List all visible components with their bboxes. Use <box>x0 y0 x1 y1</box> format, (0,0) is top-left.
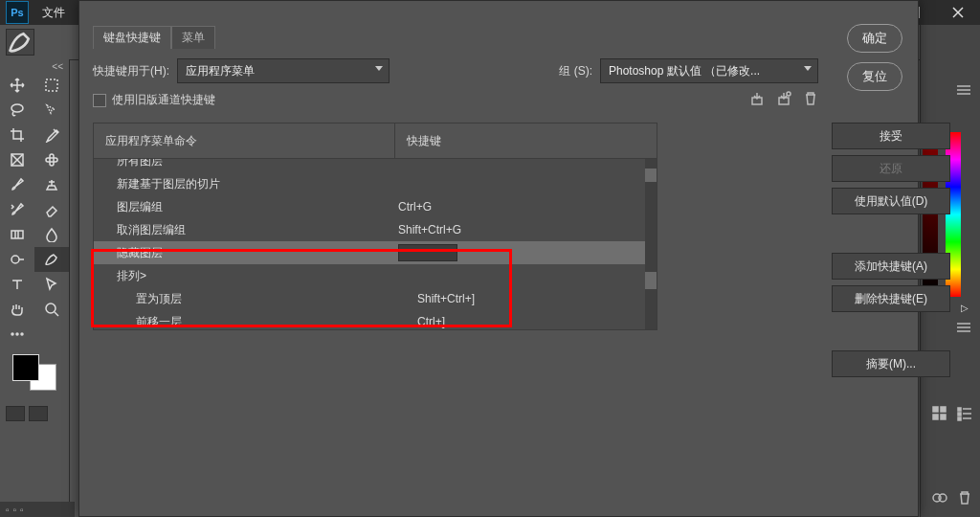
table-row[interactable]: 前移一层Ctrl+] <box>94 310 645 329</box>
accept-button[interactable]: 接受 <box>832 123 950 149</box>
menu-file[interactable]: 文件 <box>34 0 73 25</box>
color-slider-thumb-icon[interactable]: ▷ <box>961 303 969 313</box>
legacy-channels-checkbox[interactable] <box>93 94 106 107</box>
hand-tool[interactable] <box>0 297 34 322</box>
thumbnail-view-icon[interactable] <box>932 406 947 421</box>
command-cell: 排列> <box>94 268 394 284</box>
command-cell: 置为顶层 <box>94 291 413 307</box>
scrollbar-track[interactable] <box>645 159 657 329</box>
keyboard-shortcuts-dialog: 确定 复位 键盘快捷键 菜单 快捷键用于(H): 应用程序菜单 组 (S): P… <box>78 0 919 517</box>
undo-button: 还原 <box>832 155 950 182</box>
healing-brush-tool[interactable] <box>34 147 69 172</box>
column-command: 应用程序菜单命令 <box>94 124 395 158</box>
dialog-tabs: 键盘快捷键 菜单 <box>93 26 818 49</box>
delete-set-icon[interactable] <box>803 91 818 109</box>
panel-menu-icon[interactable] <box>957 322 970 336</box>
scrollbar-thumb[interactable] <box>645 169 657 182</box>
screen-mode-full[interactable] <box>29 406 48 421</box>
list-view-icon[interactable] <box>957 406 972 421</box>
set-value: Photoshop 默认值 （已修改... <box>609 63 760 79</box>
svg-rect-12 <box>11 231 23 238</box>
shortcut-cell: Shift+Ctrl+] <box>413 292 645 305</box>
table-row[interactable]: 取消图层编组Shift+Ctrl+G <box>94 218 645 241</box>
use-default-button[interactable]: 使用默认值(D) <box>832 188 950 214</box>
table-row[interactable]: 图层编组Ctrl+G <box>94 195 645 218</box>
reset-button[interactable]: 复位 <box>847 62 902 91</box>
tool-preset-picker[interactable] <box>6 29 34 56</box>
scrollbar-thumb[interactable] <box>645 272 657 289</box>
dodge-tool[interactable] <box>0 247 34 272</box>
svg-point-15 <box>11 256 19 263</box>
type-tool[interactable] <box>0 272 34 297</box>
eyedropper-tool[interactable] <box>34 123 69 147</box>
cc-libraries-icon[interactable] <box>932 490 947 506</box>
command-cell: 取消图层编组 <box>94 222 394 238</box>
save-set-icon[interactable] <box>749 91 765 109</box>
gradient-tool[interactable] <box>0 222 34 247</box>
shortcut-cell: Ctrl+G <box>394 200 645 214</box>
svg-point-21 <box>21 333 23 335</box>
foreground-color[interactable] <box>12 354 39 381</box>
svg-rect-5 <box>46 79 57 91</box>
pen-tool[interactable] <box>34 247 69 272</box>
ok-button[interactable]: 确定 <box>847 24 902 53</box>
svg-line-18 <box>55 312 58 316</box>
history-brush-tool[interactable] <box>0 197 34 222</box>
trash-icon[interactable] <box>957 490 972 506</box>
shortcut-cell: Shift+Ctrl+G <box>394 223 645 236</box>
set-dropdown[interactable]: Photoshop 默认值 （已修改... <box>600 58 818 83</box>
clone-stamp-tool[interactable] <box>34 172 69 197</box>
tab-keyboard-shortcuts[interactable]: 键盘快捷键 <box>93 26 171 49</box>
command-cell: 前移一层 <box>94 314 413 330</box>
shortcut-cell <box>394 244 645 261</box>
lasso-tool[interactable] <box>0 98 34 123</box>
shortcut-cell: Ctrl+] <box>413 315 645 328</box>
set-label: 组 (S): <box>559 63 592 79</box>
panel-menu-icon[interactable] <box>957 84 970 99</box>
table-row[interactable]: 所有图层 <box>94 159 645 172</box>
svg-rect-36 <box>958 417 961 420</box>
tools-panel: << <box>0 59 70 517</box>
ps-logo-icon: Ps <box>6 1 29 24</box>
add-shortcut-button[interactable]: 添加快捷键(A) <box>832 253 950 280</box>
svg-rect-29 <box>941 407 946 412</box>
zoom-tool[interactable] <box>34 297 69 322</box>
legacy-channels-label: 使用旧版通道快捷键 <box>112 92 215 108</box>
tools-collapse[interactable]: << <box>0 59 69 73</box>
shortcuts-for-label: 快捷键用于(H): <box>93 63 169 79</box>
shortcuts-for-dropdown[interactable]: 应用程序菜单 <box>177 58 390 83</box>
svg-rect-34 <box>958 413 961 416</box>
blur-tool[interactable] <box>34 222 69 247</box>
tools-footer: ▫▫▫ <box>0 502 75 517</box>
eraser-tool[interactable] <box>34 197 69 222</box>
table-row[interactable]: 隐藏图层 <box>94 241 645 264</box>
svg-rect-11 <box>50 154 54 166</box>
tab-menus[interactable]: 菜单 <box>171 26 215 49</box>
svg-point-40 <box>787 92 791 96</box>
shortcuts-table: 应用程序菜单命令 快捷键 所有图层新建基于图层的切片图层编组Ctrl+G取消图层… <box>93 123 657 330</box>
frame-tool[interactable] <box>0 147 34 172</box>
delete-shortcut-button[interactable]: 删除快捷键(E) <box>832 285 950 312</box>
window-close-button[interactable] <box>936 0 980 25</box>
summarize-button[interactable]: 摘要(M)... <box>832 350 950 377</box>
svg-point-20 <box>16 333 18 335</box>
svg-point-17 <box>46 303 56 313</box>
table-row[interactable]: 新建基于图层的切片 <box>94 172 645 195</box>
marquee-tool[interactable] <box>34 73 69 98</box>
save-set-as-icon[interactable] <box>776 91 791 109</box>
edit-toolbar[interactable] <box>0 322 34 347</box>
screen-mode-standard[interactable] <box>6 406 25 421</box>
svg-rect-30 <box>933 415 938 419</box>
quick-select-tool[interactable] <box>34 98 69 123</box>
shortcut-input[interactable] <box>398 244 457 261</box>
svg-point-19 <box>11 333 13 335</box>
color-swatches[interactable] <box>11 352 58 393</box>
svg-point-39 <box>939 494 947 502</box>
table-row[interactable]: 排列> <box>94 264 645 287</box>
move-tool[interactable] <box>0 73 34 98</box>
table-row[interactable]: 置为顶层Shift+Ctrl+] <box>94 287 645 310</box>
crop-tool[interactable] <box>0 123 34 147</box>
shortcuts-table-body[interactable]: 所有图层新建基于图层的切片图层编组Ctrl+G取消图层编组Shift+Ctrl+… <box>94 159 657 329</box>
path-select-tool[interactable] <box>34 272 69 297</box>
brush-tool[interactable] <box>0 172 34 197</box>
